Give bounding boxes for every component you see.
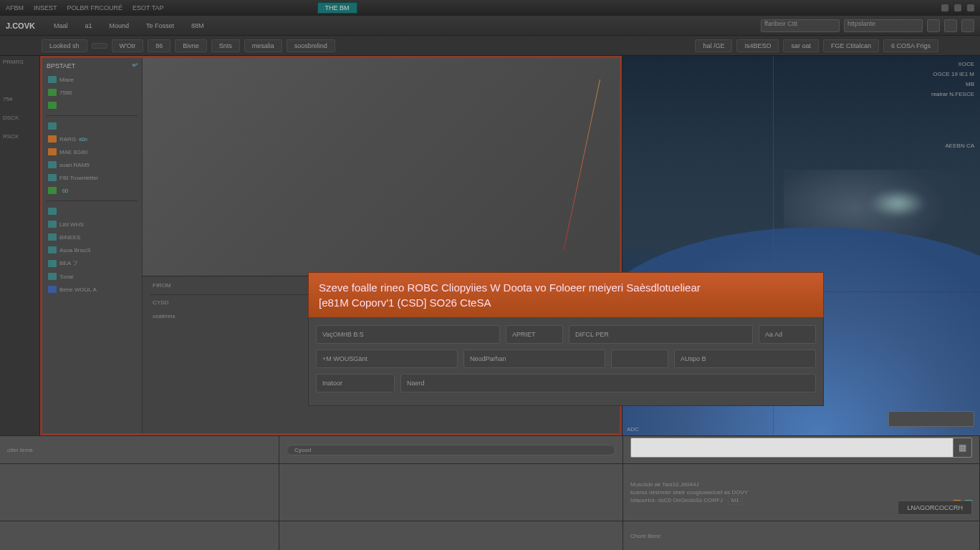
sidebar-item-6[interactable]: soan RAM5 xyxy=(47,159,138,170)
search-box-2[interactable]: httpslante xyxy=(844,19,923,32)
sidebar-item-11[interactable]: BINEES xyxy=(47,231,138,243)
btm-r2-c1 xyxy=(0,464,279,521)
menu-item-1[interactable]: INSEST xyxy=(34,4,57,11)
sidebar-item-7[interactable]: FBI Trownletter xyxy=(47,172,138,183)
folder-icon xyxy=(48,286,57,293)
save-dialog: Szeve foalle rineo ROBC Cliopyiies W Doo… xyxy=(308,272,824,406)
titlebar: AFBM INSEST POLBR FRCOURÉ ESOT TAP THE B… xyxy=(0,0,980,16)
toolbar-icon-3[interactable] xyxy=(961,19,974,32)
tb2-4[interactable]: Bivne xyxy=(175,39,207,52)
secondary-toolbar: Looked sh W'Otr 86 Bivne Snts mesalia so… xyxy=(0,36,980,56)
menu-item-0[interactable]: AFBM xyxy=(6,4,24,11)
dlg-f-7[interactable]: AUspo B xyxy=(674,349,816,368)
dlg-f-2[interactable]: DIFCL PER xyxy=(569,325,753,344)
render-button[interactable] xyxy=(888,411,974,427)
folder-icon xyxy=(48,233,57,241)
tb2-r1[interactable]: Is4BESO xyxy=(736,39,779,52)
folder-icon xyxy=(48,122,57,130)
folder-icon xyxy=(48,246,57,254)
search-box-1[interactable]: ffaribeir Cttt xyxy=(761,19,840,32)
sidebar-item-14[interactable]: Tonal xyxy=(47,271,138,282)
sidebar-indicator: м² xyxy=(133,62,138,67)
smoke-fx xyxy=(869,189,926,218)
tb2-3[interactable]: 86 xyxy=(148,39,170,52)
sidebar-item-9[interactable] xyxy=(47,206,138,217)
tb2-r3[interactable]: FGE Ctitalcan xyxy=(823,39,879,52)
dlg-f-9[interactable]: Naerd xyxy=(400,374,816,392)
btm-r1-c2: Cyood xyxy=(279,436,623,463)
tb-btn-3[interactable]: Te Fosset xyxy=(140,21,180,31)
center-view[interactable] xyxy=(143,58,620,276)
btm-r1-c3: ▦ xyxy=(623,436,980,463)
btm-r2-c2 xyxy=(279,464,623,521)
tb2-5[interactable]: Snts xyxy=(211,39,240,52)
folder-icon xyxy=(48,221,57,228)
btm-r3-c2 xyxy=(279,521,623,550)
dlg-f-0[interactable]: VaçOMrIB B:S xyxy=(316,325,500,344)
sidebar-item-3[interactable] xyxy=(47,120,138,132)
tb2-0[interactable]: Looked sh xyxy=(42,39,87,52)
dlg-f-6[interactable] xyxy=(611,349,668,368)
dlg-f-8[interactable]: Inatoor xyxy=(316,374,395,392)
sidebar-item-2[interactable] xyxy=(47,100,138,111)
folder-icon xyxy=(48,161,57,168)
folder-icon xyxy=(48,135,57,143)
far-left-strip: PRMRS 75# DSCK RSCK xyxy=(0,56,40,435)
tb2-6[interactable]: mesalia xyxy=(244,39,282,52)
tb2-1[interactable] xyxy=(92,43,107,49)
app-title: J.COVK xyxy=(6,21,35,30)
folder-icon xyxy=(48,260,57,267)
dlg-f-4[interactable]: +M WOUSGänt xyxy=(316,349,458,368)
tb2-r2[interactable]: sar oat xyxy=(783,39,819,52)
folder-icon xyxy=(48,187,57,194)
folder-icon xyxy=(48,102,57,109)
sidebar-item-1[interactable]: 7586 xyxy=(47,87,138,98)
sidebar-item-13[interactable]: BEA フ xyxy=(47,257,138,269)
input-handle-icon[interactable]: ▦ xyxy=(953,438,971,457)
dlg-f-3[interactable]: Aa Ad xyxy=(759,325,816,344)
sidebar-item-10[interactable]: Litd WHS xyxy=(47,218,138,230)
dlg-f-1[interactable]: APRIET xyxy=(506,325,563,344)
close-icon[interactable] xyxy=(967,4,974,11)
asset-sidebar: BPSTAET м² Mlare7586RARG e0nMAE 8G80soan… xyxy=(42,58,143,433)
sidebar-item-15[interactable]: Bebe WOUL A xyxy=(47,284,138,295)
fl-3: DSCK xyxy=(3,115,37,125)
folder-icon xyxy=(48,174,57,181)
prop-1-0: CYSD xyxy=(150,298,299,307)
sidebar-item-0[interactable]: Mlare xyxy=(47,74,138,85)
trajectory-line xyxy=(564,79,601,250)
tb-btn-1[interactable]: a1 xyxy=(79,21,97,31)
folder-icon xyxy=(48,208,57,215)
tb-btn-4[interactable]: 88M xyxy=(186,21,210,31)
sidebar-item-4[interactable]: RARG e0n xyxy=(47,133,138,145)
folder-icon xyxy=(48,89,57,96)
minimize-icon[interactable] xyxy=(941,4,948,11)
fl-2: 75# xyxy=(3,96,37,106)
log-badge: M1 xyxy=(728,496,743,505)
sidebar-item-12[interactable]: Asoa BnscS xyxy=(47,244,138,256)
main-toolbar: J.COVK Maal a1 Mound Te Fosset 88M ffari… xyxy=(0,16,980,36)
sidebar-item-5[interactable]: MAE 8G80 xyxy=(47,146,138,158)
dialog-title: Szeve foalle rineo ROBC Cliopyiies W Doo… xyxy=(308,272,824,318)
tb-btn-0[interactable]: Maal xyxy=(48,21,74,31)
menu-item-3[interactable]: ESOT TAP xyxy=(133,4,164,11)
tb2-2[interactable]: W'Otr xyxy=(112,39,144,52)
toolbar-icon-1[interactable] xyxy=(927,19,940,32)
folder-icon xyxy=(48,148,57,155)
viewport-info: XOCE OGCE 19 IE1 M MB realrar N.FESCE AE… xyxy=(931,60,974,152)
active-tab[interactable]: THE BM xyxy=(317,2,357,14)
tb2-r4[interactable]: 6 COSA Frigs xyxy=(883,39,938,52)
pill-btn[interactable]: Cyood xyxy=(287,445,615,455)
folder-icon xyxy=(48,76,57,83)
maximize-icon[interactable] xyxy=(954,4,961,11)
dlg-f-5[interactable]: NeodParhan xyxy=(463,349,605,368)
tb2-7[interactable]: soosbrelind xyxy=(287,39,335,52)
sidebar-header: BPSTAET м² xyxy=(47,62,138,69)
toolbar-icon-2[interactable] xyxy=(944,19,957,32)
command-input[interactable]: ▦ xyxy=(630,438,972,458)
menu-item-2[interactable]: POLBR FRCOURÉ xyxy=(67,4,123,11)
action-button[interactable]: LNAGORCOCCRH xyxy=(898,501,972,515)
sidebar-item-8[interactable]: 60 xyxy=(47,185,138,196)
tb-btn-2[interactable]: Mound xyxy=(104,21,135,31)
tb2-r0[interactable]: hal /GE xyxy=(695,39,732,52)
